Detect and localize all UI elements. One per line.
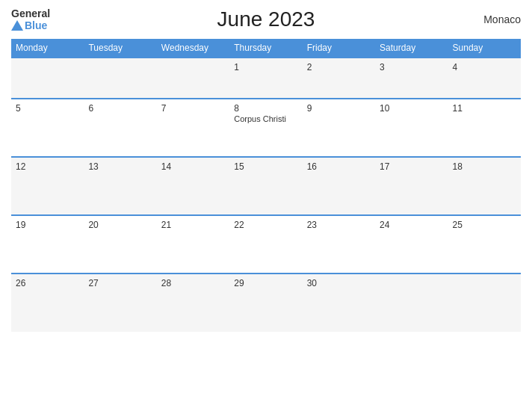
calendar-day-cell: 28 [157, 274, 229, 332]
calendar-week-row: 2627282930 [11, 274, 521, 332]
calendar-week-row: 12131415161718 [11, 157, 521, 215]
calendar-day-cell: 17 [375, 157, 448, 215]
calendar-title: June 2023 [217, 7, 315, 31]
calendar-day-cell: 20 [84, 215, 156, 274]
calendar-day-cell: 4 [448, 58, 521, 99]
day-number: 26 [16, 278, 79, 288]
calendar-day-cell: 19 [11, 215, 84, 274]
calendar-day-cell: 16 [303, 157, 375, 215]
weekday-header: Monday [11, 39, 84, 58]
calendar-day-cell [375, 274, 448, 332]
calendar-day-cell: 21 [157, 215, 229, 274]
day-number: 12 [16, 161, 79, 172]
day-number: 6 [88, 103, 152, 114]
calendar-body: 12345678Corpus Christi910111213141516171… [11, 58, 521, 332]
calendar-day-cell: 24 [375, 215, 448, 274]
day-number: 9 [307, 103, 371, 114]
day-number: 10 [380, 103, 443, 114]
logo-blue-text: Blue [25, 19, 47, 31]
day-number: 24 [380, 220, 443, 230]
weekday-header: Friday [303, 39, 375, 58]
calendar-day-cell: 1 [229, 58, 302, 99]
day-number: 8 [234, 103, 297, 114]
day-number: 2 [307, 62, 371, 72]
calendar-day-cell: 14 [157, 157, 229, 215]
calendar-day-cell: 12 [11, 157, 84, 215]
day-number: 14 [161, 161, 225, 172]
calendar-day-cell: 18 [448, 157, 521, 215]
calendar-day-cell: 29 [229, 274, 302, 332]
calendar-day-cell: 7 [157, 99, 229, 157]
weekday-header: Wednesday [157, 39, 229, 58]
weekday-header: Thursday [229, 39, 302, 58]
calendar-day-cell: 2 [303, 58, 375, 99]
day-number: 15 [234, 161, 297, 172]
day-number: 21 [161, 220, 225, 230]
calendar-day-cell: 11 [448, 99, 521, 157]
calendar-week-row: 5678Corpus Christi91011 [11, 99, 521, 157]
logo-triangle-icon [11, 20, 23, 31]
calendar-day-cell [448, 274, 521, 332]
calendar-day-cell: 27 [84, 274, 156, 332]
logo: General Blue [11, 7, 78, 31]
calendar-day-cell: 5 [11, 99, 84, 157]
weekday-row: MondayTuesdayWednesdayThursdayFridaySatu… [11, 39, 521, 58]
calendar-day-cell: 13 [84, 157, 156, 215]
day-number: 27 [88, 278, 152, 288]
calendar-day-cell [157, 58, 229, 99]
country-label: Monaco [483, 13, 521, 25]
day-number: 11 [453, 103, 516, 114]
calendar-day-cell: 15 [229, 157, 302, 215]
calendar-week-row: 1234 [11, 58, 521, 99]
header: General Blue June 2023 Monaco [11, 7, 521, 31]
day-number: 29 [234, 278, 297, 288]
weekday-header: Saturday [375, 39, 448, 58]
logo-general-text: General [11, 7, 50, 19]
day-number: 18 [453, 161, 516, 172]
day-number: 1 [234, 62, 297, 72]
day-number: 30 [307, 278, 371, 288]
calendar-day-cell: 6 [84, 99, 156, 157]
day-number: 23 [307, 220, 371, 230]
calendar-week-row: 19202122232425 [11, 215, 521, 274]
calendar-day-cell: 8Corpus Christi [229, 99, 302, 157]
day-number: 7 [161, 103, 225, 114]
calendar-day-cell: 23 [303, 215, 375, 274]
day-number: 13 [88, 161, 152, 172]
calendar-day-cell: 22 [229, 215, 302, 274]
day-event: Corpus Christi [234, 114, 286, 123]
calendar-day-cell: 30 [303, 274, 375, 332]
day-number: 4 [453, 62, 516, 72]
calendar-day-cell [84, 58, 156, 99]
day-number: 5 [16, 103, 79, 114]
weekday-header: Tuesday [84, 39, 156, 58]
day-number: 25 [453, 220, 516, 230]
day-number: 3 [380, 62, 443, 72]
day-number: 19 [16, 220, 79, 230]
calendar-day-cell [11, 58, 84, 99]
day-number: 17 [380, 161, 443, 172]
calendar-header: MondayTuesdayWednesdayThursdayFridaySatu… [11, 39, 521, 58]
calendar-day-cell: 10 [375, 99, 448, 157]
calendar-page: General Blue June 2023 Monaco MondayTues… [0, 0, 532, 411]
calendar-day-cell: 26 [11, 274, 84, 332]
day-number: 22 [234, 220, 297, 230]
day-number: 20 [88, 220, 152, 230]
weekday-header: Sunday [448, 39, 521, 58]
calendar-day-cell: 9 [303, 99, 375, 157]
calendar-day-cell: 25 [448, 215, 521, 274]
calendar-day-cell: 3 [375, 58, 448, 99]
day-number: 16 [307, 161, 371, 172]
calendar-table: MondayTuesdayWednesdayThursdayFridaySatu… [11, 39, 521, 332]
day-number: 28 [161, 278, 225, 288]
